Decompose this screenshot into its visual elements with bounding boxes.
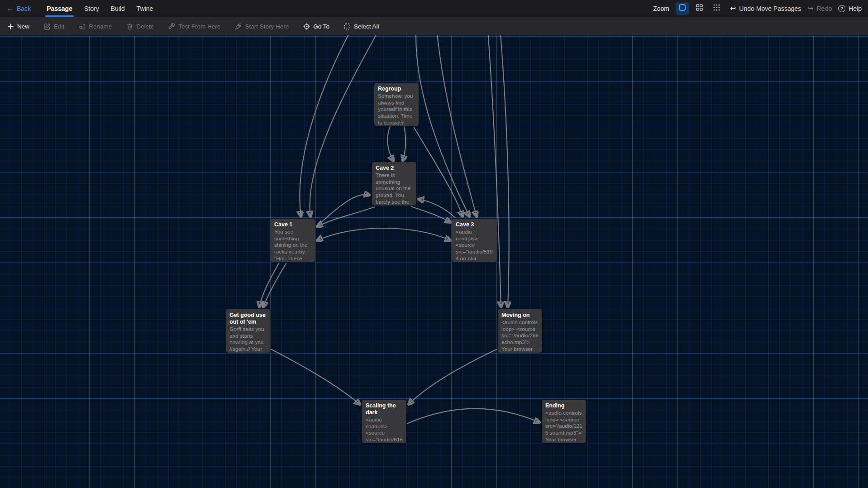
tab-twine[interactable]: Twine xyxy=(131,0,159,17)
help-label: Help xyxy=(849,5,862,12)
go-to-label: Go To xyxy=(313,23,329,30)
start-story-here-label: Start Story Here xyxy=(245,23,289,30)
passage-regroup[interactable]: Regroup Somehow, you always find yoursel… xyxy=(374,83,419,126)
zoom-buttons xyxy=(676,2,724,15)
passage-cave2[interactable]: Cave 2 There is something unusual on the… xyxy=(372,162,416,206)
passage-excerpt: Somehow, you always find yourself in thi… xyxy=(378,93,415,126)
help-icon: ? xyxy=(838,5,845,12)
passage-title: Cave 2 xyxy=(376,165,413,172)
rename-label: Rename xyxy=(89,23,112,30)
passage-scaling[interactable]: Scaling the dark <audio controls> <sourc… xyxy=(362,400,406,443)
undo-icon: ↩ xyxy=(730,5,736,12)
story-map-canvas[interactable] xyxy=(0,35,868,488)
go-to-button[interactable]: Go To xyxy=(303,23,329,30)
select-all-icon xyxy=(344,23,351,30)
pencil-icon xyxy=(44,23,51,30)
back-button[interactable]: ← Back xyxy=(6,0,31,17)
zoom-grid-2x2-icon xyxy=(696,4,703,13)
edit-label: Edit xyxy=(54,23,64,30)
delete-passage-button[interactable]: Delete xyxy=(126,23,154,30)
main-tabs: Passage Story Build Twine xyxy=(41,0,159,17)
passage-title: Get good use out of 'em xyxy=(229,312,267,325)
zoom-full-icon xyxy=(678,4,686,13)
redo-button[interactable]: ↪ Redo xyxy=(807,5,832,12)
plus-icon xyxy=(7,23,14,30)
zoom-100-button[interactable] xyxy=(676,2,689,15)
new-label: New xyxy=(17,23,29,30)
trash-icon xyxy=(126,23,133,30)
undo-button[interactable]: ↩ Undo Move Passages xyxy=(730,5,801,12)
passage-excerpt: <audio controls> <source src="/audio/519… xyxy=(456,229,493,262)
crosshair-icon xyxy=(303,23,310,30)
zoom-grid-3x3-dots-icon xyxy=(713,4,720,13)
test-from-here-label: Test From Here xyxy=(178,23,220,30)
tab-twine-label: Twine xyxy=(137,5,153,12)
back-label: Back xyxy=(17,5,31,12)
topbar-right-controls: Zoom xyxy=(653,0,862,17)
zoom-label: Zoom xyxy=(653,5,669,12)
start-story-here-button[interactable]: Start Story Here xyxy=(235,23,289,30)
rename-cursor-icon xyxy=(79,23,86,30)
passage-title: Ending xyxy=(545,402,582,409)
passage-cave3[interactable]: Cave 3 <audio controls> <source src="/au… xyxy=(452,219,496,262)
tab-story-label: Story xyxy=(84,5,99,12)
passage-excerpt: <audio controls> <source src="/audio/615… xyxy=(366,416,403,443)
new-passage-button[interactable]: New xyxy=(7,23,29,30)
help-button[interactable]: ? Help xyxy=(838,5,862,12)
tab-story[interactable]: Story xyxy=(78,0,105,17)
passage-title: Moving on xyxy=(501,312,539,319)
edit-passage-button[interactable]: Edit xyxy=(44,23,64,30)
delete-label: Delete xyxy=(136,23,154,30)
passage-excerpt: You see something shining on the rocks n… xyxy=(274,229,311,262)
passage-title: Regroup xyxy=(378,86,415,92)
passage-excerpt: <audio controls loop> <source src="/audi… xyxy=(501,319,539,353)
passage-title: Cave 3 xyxy=(456,221,493,228)
tab-build-label: Build xyxy=(111,5,125,12)
zoom-25-button[interactable] xyxy=(710,2,724,15)
wrench-icon xyxy=(168,23,175,30)
rename-passage-button[interactable]: Rename xyxy=(79,23,112,30)
passage-toolbar: New Edit Rename Delete Test From Here St… xyxy=(0,17,868,35)
zoom-50-button[interactable] xyxy=(693,2,706,15)
tab-passage[interactable]: Passage xyxy=(41,0,78,17)
passage-title: Cave 1 xyxy=(274,221,311,228)
select-all-button[interactable]: Select All xyxy=(344,23,379,30)
test-from-here-button[interactable]: Test From Here xyxy=(168,23,220,30)
tab-build[interactable]: Build xyxy=(105,0,131,17)
passage-excerpt: There is something unusual on the ground… xyxy=(376,172,413,206)
passage-movingon[interactable]: Moving on <audio controls loop> <source … xyxy=(498,309,542,353)
passage-getgood[interactable]: Get good use out of 'em Gorff sees you a… xyxy=(226,309,270,353)
redo-icon: ↪ xyxy=(807,5,813,12)
select-all-label: Select All xyxy=(354,23,379,30)
tab-passage-label: Passage xyxy=(47,5,72,12)
passage-excerpt: <audio controls loop> <source src="/audi… xyxy=(545,410,582,443)
passage-excerpt: Gorff sees you and starts howling at you… xyxy=(229,326,267,353)
back-arrow-icon: ← xyxy=(6,5,14,12)
top-bar: ← Back Passage Story Build Twine Zoom xyxy=(0,0,868,17)
redo-label: Redo xyxy=(817,5,832,12)
passage-cave1[interactable]: Cave 1 You see something shining on the … xyxy=(271,219,315,262)
undo-label: Undo Move Passages xyxy=(739,5,801,12)
rocket-icon xyxy=(235,23,242,30)
passage-ending[interactable]: Ending <audio controls loop> <source src… xyxy=(542,400,586,443)
passage-title: Scaling the dark xyxy=(366,402,403,416)
